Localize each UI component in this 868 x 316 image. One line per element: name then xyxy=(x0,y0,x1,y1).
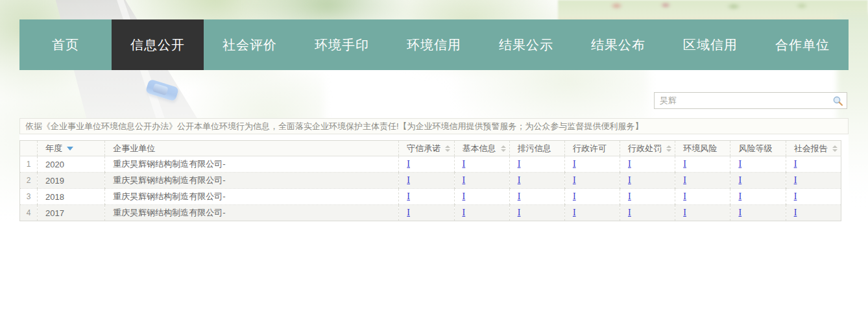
basic-info-cell: I xyxy=(454,189,509,205)
admin-penalty-link[interactable]: I xyxy=(628,208,631,217)
credit-promise-link[interactable]: I xyxy=(407,159,410,169)
table-row: 32018重庆昊辉钢结构制造有限公司-IIIIIIII xyxy=(20,189,841,205)
nav-tab-result-publicity[interactable]: 结果公示 xyxy=(480,19,572,70)
credit-promise-cell: I xyxy=(399,189,454,205)
column-label: 守信承诺 xyxy=(407,143,440,153)
risk-level-cell: I xyxy=(730,189,786,205)
nav-tab-home[interactable]: 首页 xyxy=(19,19,112,70)
social-report-link[interactable]: I xyxy=(794,159,797,169)
nav-tab-label: 社会评价 xyxy=(223,36,277,54)
env-risk-link[interactable]: I xyxy=(683,208,686,217)
row-number: 4 xyxy=(20,205,38,221)
search-box xyxy=(654,92,847,109)
nav-tab-env-credit[interactable]: 环境信用 xyxy=(388,19,480,70)
risk-level-link[interactable]: I xyxy=(738,175,741,185)
sort-desc-icon[interactable] xyxy=(67,147,73,151)
env-risk-cell: I xyxy=(675,205,730,221)
basic-info-link[interactable]: I xyxy=(463,208,466,217)
basic-info-link[interactable]: I xyxy=(463,175,466,185)
admin-permit-link[interactable]: I xyxy=(573,175,576,185)
column-label: 基本信息 xyxy=(463,143,496,153)
nav-tab-info-disclosure[interactable]: 信息公开 xyxy=(112,19,204,70)
admin-permit-cell: I xyxy=(564,205,620,221)
nav-tab-label: 首页 xyxy=(52,36,79,54)
nav-tab-result-announcement[interactable]: 结果公布 xyxy=(572,19,664,70)
credit-promise-cell: I xyxy=(399,156,454,173)
table-row: 12020重庆昊辉钢结构制造有限公司-IIIIIIII xyxy=(20,156,841,173)
column-header-admin-permit: 行政许可 xyxy=(564,141,620,156)
column-header-admin-penalty[interactable]: 行政处罚 xyxy=(620,141,675,156)
nav-tab-regional-credit[interactable]: 区域信用 xyxy=(664,19,756,70)
year-cell: 2019 xyxy=(38,173,105,189)
risk-level-cell: I xyxy=(730,156,786,173)
credit-promise-link[interactable]: I xyxy=(407,208,410,217)
column-header-year[interactable]: 年度 xyxy=(38,141,105,156)
company-cell: 重庆昊辉钢结构制造有限公司- xyxy=(105,205,399,221)
column-label: 企事业单位 xyxy=(113,143,155,153)
credit-promise-link[interactable]: I xyxy=(407,175,410,185)
basic-info-link[interactable]: I xyxy=(463,191,466,201)
admin-penalty-link[interactable]: I xyxy=(628,191,631,201)
nav-tab-env-handprint[interactable]: 环境手印 xyxy=(296,19,388,70)
env-risk-link[interactable]: I xyxy=(683,175,686,185)
emission-info-cell: I xyxy=(509,205,564,221)
nav-tab-partners[interactable]: 合作单位 xyxy=(756,19,849,70)
sort-toggle-icon[interactable] xyxy=(832,145,838,152)
column-label: 行政处罚 xyxy=(628,143,662,153)
risk-level-link[interactable]: I xyxy=(738,208,741,217)
nav-tab-label: 环境手印 xyxy=(315,36,369,54)
emission-info-link[interactable]: I xyxy=(518,159,521,169)
column-header-basic-info[interactable]: 基本信息 xyxy=(454,141,509,156)
row-number: 3 xyxy=(20,189,38,205)
risk-level-link[interactable]: I xyxy=(738,191,741,201)
risk-level-cell: I xyxy=(730,205,786,221)
year-cell: 2017 xyxy=(38,205,105,221)
admin-permit-cell: I xyxy=(564,189,620,205)
env-risk-cell: I xyxy=(675,173,730,189)
content-panel: 依据《企业事业单位环境信息公开办法》公开本单位环境行为信息，全面落实企业环境保护… xyxy=(19,118,849,221)
table-header-row: 年度企事业单位守信承诺基本信息排污信息行政许可行政处罚环境风险风险等级社会报告 xyxy=(20,141,841,156)
row-number: 1 xyxy=(20,156,38,173)
admin-permit-link[interactable]: I xyxy=(573,191,576,201)
emission-info-cell: I xyxy=(509,156,564,173)
column-header-env-risk: 环境风险 xyxy=(675,141,730,156)
search-input[interactable] xyxy=(660,96,832,106)
social-report-link[interactable]: I xyxy=(794,208,797,217)
social-report-link[interactable]: I xyxy=(794,191,797,201)
column-header-enterprise: 企事业单位 xyxy=(105,141,399,156)
column-label: 排污信息 xyxy=(518,143,551,153)
emission-info-link[interactable]: I xyxy=(518,208,521,217)
sort-toggle-icon[interactable] xyxy=(445,145,450,152)
nav-tab-label: 信息公开 xyxy=(130,36,185,54)
credit-promise-cell: I xyxy=(399,173,454,189)
column-header-social-report[interactable]: 社会报告 xyxy=(786,141,841,156)
column-label: 环境风险 xyxy=(683,143,717,153)
credit-promise-link[interactable]: I xyxy=(407,191,410,201)
env-risk-cell: I xyxy=(675,189,730,205)
notice-bar: 依据《企业事业单位环境信息公开办法》公开本单位环境行为信息，全面落实企业环境保护… xyxy=(19,118,849,134)
table-row: 42017重庆昊辉钢结构制造有限公司-IIIIIIII xyxy=(20,205,841,221)
admin-permit-link[interactable]: I xyxy=(573,159,576,169)
emission-info-link[interactable]: I xyxy=(518,175,521,185)
nav-tab-label: 环境信用 xyxy=(407,36,461,54)
social-report-cell: I xyxy=(786,205,841,221)
admin-permit-link[interactable]: I xyxy=(573,208,576,217)
admin-penalty-cell: I xyxy=(620,173,675,189)
social-report-cell: I xyxy=(786,189,841,205)
admin-penalty-link[interactable]: I xyxy=(628,175,631,185)
risk-level-link[interactable]: I xyxy=(738,159,741,169)
sort-toggle-icon[interactable] xyxy=(501,145,506,152)
column-header-credit-promise[interactable]: 守信承诺 xyxy=(399,141,454,156)
env-risk-link[interactable]: I xyxy=(683,159,686,169)
env-risk-link[interactable]: I xyxy=(683,191,686,201)
emission-info-cell: I xyxy=(509,173,564,189)
sort-toggle-icon[interactable] xyxy=(666,145,671,152)
row-number: 2 xyxy=(20,173,38,189)
emission-info-link[interactable]: I xyxy=(518,191,521,201)
basic-info-link[interactable]: I xyxy=(463,159,466,169)
nav-tab-social-evaluation[interactable]: 社会评价 xyxy=(204,19,296,70)
magnifier-icon[interactable] xyxy=(832,95,843,106)
social-report-link[interactable]: I xyxy=(794,175,797,185)
admin-penalty-link[interactable]: I xyxy=(628,159,631,169)
column-label: 年度 xyxy=(45,143,62,153)
